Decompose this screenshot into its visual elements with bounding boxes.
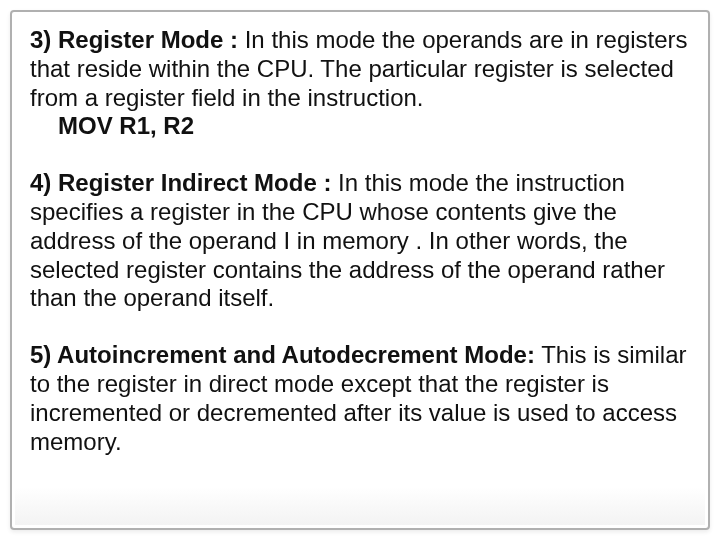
heading-autoincrement-mode: 5) Autoincrement and Autodecrement Mode: [30, 341, 535, 368]
heading-register-indirect-mode: 4) Register Indirect Mode : [30, 169, 331, 196]
content-frame: 3) Register Mode : In this mode the oper… [10, 10, 710, 530]
section-register-mode: 3) Register Mode : In this mode the oper… [30, 26, 690, 141]
heading-register-mode: 3) Register Mode : [30, 26, 238, 53]
section-register-indirect-mode: 4) Register Indirect Mode : In this mode… [30, 169, 690, 313]
section-autoincrement-mode: 5) Autoincrement and Autodecrement Mode:… [30, 341, 690, 456]
example-register-mode: MOV R1, R2 [30, 112, 690, 141]
